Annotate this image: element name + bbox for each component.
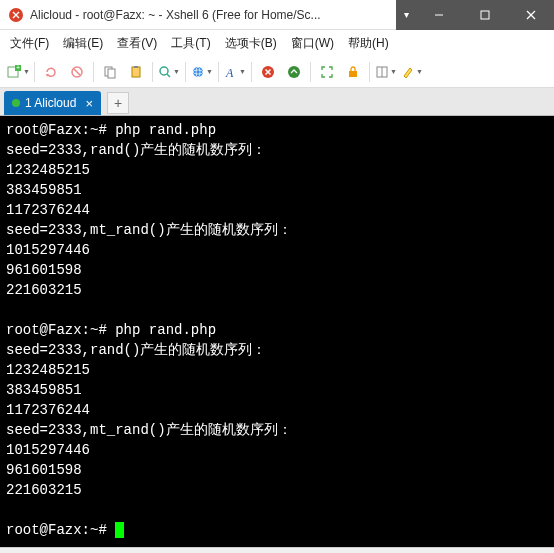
- window-title: Alicloud - root@Fazx: ~ - Xshell 6 (Free…: [30, 8, 396, 22]
- svg-point-22: [288, 66, 300, 78]
- minimize-button[interactable]: [416, 0, 462, 30]
- svg-text:A: A: [225, 66, 234, 79]
- font-icon[interactable]: A▼: [223, 60, 247, 84]
- statusbar: [0, 547, 554, 553]
- xshell-icon[interactable]: [256, 60, 280, 84]
- titlebar: Alicloud - root@Fazx: ~ - Xshell 6 (Free…: [0, 0, 554, 30]
- disconnect-icon[interactable]: [65, 60, 89, 84]
- svg-rect-23: [349, 71, 357, 77]
- fullscreen-icon[interactable]: [315, 60, 339, 84]
- globe-icon[interactable]: ▼: [190, 60, 214, 84]
- menu-help[interactable]: 帮助(H): [344, 33, 393, 54]
- svg-rect-12: [108, 69, 115, 78]
- status-dot-icon: [12, 99, 20, 107]
- menu-file[interactable]: 文件(F): [6, 33, 53, 54]
- reconnect-icon[interactable]: [39, 60, 63, 84]
- dropdown-button[interactable]: ▾: [396, 0, 416, 30]
- tab-close-icon[interactable]: ×: [85, 96, 93, 111]
- menu-tools[interactable]: 工具(T): [167, 33, 214, 54]
- layout-icon[interactable]: ▼: [374, 60, 398, 84]
- new-session-icon[interactable]: +▼: [6, 60, 30, 84]
- window-controls: ▾: [396, 0, 554, 30]
- menu-view[interactable]: 查看(V): [113, 33, 161, 54]
- svg-line-10: [74, 69, 80, 75]
- search-icon[interactable]: ▼: [157, 60, 181, 84]
- svg-rect-14: [134, 66, 138, 68]
- svg-point-17: [193, 67, 203, 77]
- session-tab[interactable]: 1 Alicloud ×: [4, 91, 101, 115]
- highlight-icon[interactable]: ▼: [400, 60, 424, 84]
- paste-icon[interactable]: [124, 60, 148, 84]
- tabbar: 1 Alicloud × +: [0, 88, 554, 116]
- tab-label: 1 Alicloud: [25, 96, 76, 110]
- tab-add-button[interactable]: +: [107, 92, 129, 114]
- menu-edit[interactable]: 编辑(E): [59, 33, 107, 54]
- svg-rect-2: [481, 11, 489, 19]
- toolbar: +▼ ▼ ▼ A▼ ▼ ▼: [0, 56, 554, 88]
- copy-icon[interactable]: [98, 60, 122, 84]
- svg-rect-13: [132, 67, 140, 77]
- xftp-icon[interactable]: [282, 60, 306, 84]
- menu-tab[interactable]: 选项卡(B): [221, 33, 281, 54]
- svg-text:+: +: [16, 64, 20, 71]
- lock-icon[interactable]: [341, 60, 365, 84]
- terminal[interactable]: root@Fazx:~# php rand.phpseed=2333,rand(…: [0, 116, 554, 547]
- close-button[interactable]: [508, 0, 554, 30]
- app-icon: [8, 7, 24, 23]
- svg-point-15: [160, 67, 168, 75]
- maximize-button[interactable]: [462, 0, 508, 30]
- svg-line-16: [167, 74, 170, 77]
- menubar: 文件(F) 编辑(E) 查看(V) 工具(T) 选项卡(B) 窗口(W) 帮助(…: [0, 30, 554, 56]
- menu-window[interactable]: 窗口(W): [287, 33, 338, 54]
